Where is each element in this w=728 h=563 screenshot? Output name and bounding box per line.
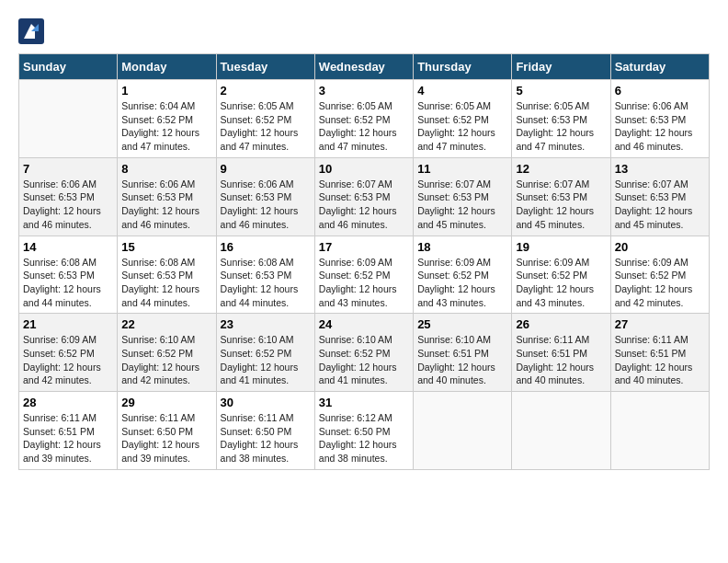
- day-number: 4: [417, 84, 507, 98]
- calendar-header-tuesday: Tuesday: [216, 54, 314, 80]
- day-info: Sunrise: 6:11 AM Sunset: 6:50 PM Dayligh…: [221, 411, 311, 465]
- day-number: 8: [121, 162, 211, 176]
- calendar-cell: [512, 392, 610, 470]
- day-number: 6: [615, 84, 705, 98]
- day-info: Sunrise: 6:11 AM Sunset: 6:51 PM Dayligh…: [23, 411, 113, 465]
- day-number: 5: [516, 84, 606, 98]
- day-info: Sunrise: 6:11 AM Sunset: 6:51 PM Dayligh…: [516, 333, 606, 387]
- calendar-cell: 7Sunrise: 6:06 AM Sunset: 6:53 PM Daylig…: [19, 157, 118, 236]
- day-info: Sunrise: 6:09 AM Sunset: 6:52 PM Dayligh…: [23, 333, 113, 387]
- calendar-header-saturday: Saturday: [610, 54, 709, 80]
- day-info: Sunrise: 6:05 AM Sunset: 6:52 PM Dayligh…: [221, 99, 311, 154]
- day-number: 3: [319, 84, 409, 98]
- calendar-header-row: SundayMondayTuesdayWednesdayThursdayFrid…: [19, 54, 710, 80]
- day-info: Sunrise: 6:10 AM Sunset: 6:52 PM Dayligh…: [319, 333, 409, 387]
- calendar-cell: 18Sunrise: 6:09 AM Sunset: 6:52 PM Dayli…: [414, 236, 512, 314]
- calendar-cell: 16Sunrise: 6:08 AM Sunset: 6:53 PM Dayli…: [216, 236, 314, 314]
- day-number: 11: [417, 162, 507, 176]
- logo: [18, 18, 51, 44]
- calendar-header-thursday: Thursday: [414, 54, 512, 80]
- calendar-cell: 28Sunrise: 6:11 AM Sunset: 6:51 PM Dayli…: [19, 392, 118, 470]
- day-number: 15: [121, 240, 211, 254]
- calendar-cell: 22Sunrise: 6:10 AM Sunset: 6:52 PM Dayli…: [118, 314, 216, 392]
- calendar-header-friday: Friday: [512, 54, 610, 80]
- day-number: 28: [23, 396, 113, 409]
- day-number: 16: [221, 240, 311, 254]
- day-number: 22: [121, 317, 211, 331]
- calendar-cell: 27Sunrise: 6:11 AM Sunset: 6:51 PM Dayli…: [610, 314, 709, 392]
- day-info: Sunrise: 6:08 AM Sunset: 6:53 PM Dayligh…: [221, 256, 311, 310]
- day-number: 1: [121, 84, 211, 98]
- day-number: 31: [319, 396, 409, 409]
- day-number: 2: [221, 84, 311, 98]
- day-info: Sunrise: 6:08 AM Sunset: 6:53 PM Dayligh…: [121, 256, 211, 310]
- day-number: 19: [516, 240, 606, 254]
- day-number: 17: [319, 240, 409, 254]
- day-info: Sunrise: 6:04 AM Sunset: 6:52 PM Dayligh…: [121, 99, 211, 154]
- day-info: Sunrise: 6:09 AM Sunset: 6:52 PM Dayligh…: [417, 256, 507, 310]
- day-info: Sunrise: 6:07 AM Sunset: 6:53 PM Dayligh…: [417, 178, 507, 232]
- day-info: Sunrise: 6:10 AM Sunset: 6:52 PM Dayligh…: [121, 333, 211, 387]
- day-info: Sunrise: 6:09 AM Sunset: 6:52 PM Dayligh…: [319, 256, 409, 310]
- calendar: SundayMondayTuesdayWednesdayThursdayFrid…: [18, 53, 710, 470]
- day-info: Sunrise: 6:07 AM Sunset: 6:53 PM Dayligh…: [615, 178, 705, 232]
- day-info: Sunrise: 6:09 AM Sunset: 6:52 PM Dayligh…: [516, 256, 606, 310]
- calendar-cell: 1Sunrise: 6:04 AM Sunset: 6:52 PM Daylig…: [118, 80, 216, 158]
- calendar-week-2: 7Sunrise: 6:06 AM Sunset: 6:53 PM Daylig…: [19, 157, 710, 236]
- calendar-cell: 2Sunrise: 6:05 AM Sunset: 6:52 PM Daylig…: [216, 80, 314, 158]
- calendar-cell: 10Sunrise: 6:07 AM Sunset: 6:53 PM Dayli…: [314, 157, 413, 236]
- calendar-cell: [19, 80, 118, 158]
- calendar-cell: 29Sunrise: 6:11 AM Sunset: 6:50 PM Dayli…: [118, 392, 216, 470]
- day-info: Sunrise: 6:05 AM Sunset: 6:52 PM Dayligh…: [417, 99, 507, 154]
- calendar-cell: 4Sunrise: 6:05 AM Sunset: 6:52 PM Daylig…: [414, 80, 512, 158]
- calendar-cell: 11Sunrise: 6:07 AM Sunset: 6:53 PM Dayli…: [414, 157, 512, 236]
- day-number: 13: [615, 162, 705, 176]
- header: [18, 18, 710, 44]
- day-info: Sunrise: 6:12 AM Sunset: 6:50 PM Dayligh…: [319, 411, 409, 465]
- day-number: 21: [23, 317, 113, 331]
- calendar-cell: 6Sunrise: 6:06 AM Sunset: 6:53 PM Daylig…: [610, 80, 709, 158]
- calendar-cell: 15Sunrise: 6:08 AM Sunset: 6:53 PM Dayli…: [118, 236, 216, 314]
- calendar-cell: 13Sunrise: 6:07 AM Sunset: 6:53 PM Dayli…: [610, 157, 709, 236]
- calendar-cell: [414, 392, 512, 470]
- day-number: 25: [417, 317, 507, 331]
- day-info: Sunrise: 6:06 AM Sunset: 6:53 PM Dayligh…: [23, 178, 113, 232]
- calendar-week-5: 28Sunrise: 6:11 AM Sunset: 6:51 PM Dayli…: [19, 392, 710, 470]
- calendar-week-3: 14Sunrise: 6:08 AM Sunset: 6:53 PM Dayli…: [19, 236, 710, 314]
- day-number: 12: [516, 162, 606, 176]
- day-number: 14: [23, 240, 113, 254]
- day-number: 7: [23, 162, 113, 176]
- day-info: Sunrise: 6:05 AM Sunset: 6:53 PM Dayligh…: [516, 99, 606, 154]
- day-info: Sunrise: 6:11 AM Sunset: 6:51 PM Dayligh…: [615, 333, 705, 387]
- day-number: 18: [417, 240, 507, 254]
- day-info: Sunrise: 6:07 AM Sunset: 6:53 PM Dayligh…: [319, 178, 409, 232]
- calendar-cell: 31Sunrise: 6:12 AM Sunset: 6:50 PM Dayli…: [314, 392, 413, 470]
- calendar-cell: 24Sunrise: 6:10 AM Sunset: 6:52 PM Dayli…: [314, 314, 413, 392]
- day-info: Sunrise: 6:09 AM Sunset: 6:52 PM Dayligh…: [615, 256, 705, 310]
- day-info: Sunrise: 6:06 AM Sunset: 6:53 PM Dayligh…: [615, 99, 705, 154]
- calendar-cell: 25Sunrise: 6:10 AM Sunset: 6:51 PM Dayli…: [414, 314, 512, 392]
- calendar-header-monday: Monday: [118, 54, 216, 80]
- calendar-header-wednesday: Wednesday: [314, 54, 413, 80]
- day-number: 26: [516, 317, 606, 331]
- day-number: 29: [121, 396, 211, 409]
- calendar-cell: 23Sunrise: 6:10 AM Sunset: 6:52 PM Dayli…: [216, 314, 314, 392]
- calendar-cell: 5Sunrise: 6:05 AM Sunset: 6:53 PM Daylig…: [512, 80, 610, 158]
- calendar-cell: 8Sunrise: 6:06 AM Sunset: 6:53 PM Daylig…: [118, 157, 216, 236]
- calendar-cell: 21Sunrise: 6:09 AM Sunset: 6:52 PM Dayli…: [19, 314, 118, 392]
- day-number: 24: [319, 317, 409, 331]
- day-info: Sunrise: 6:10 AM Sunset: 6:51 PM Dayligh…: [417, 333, 507, 387]
- day-number: 9: [221, 162, 311, 176]
- calendar-header-sunday: Sunday: [19, 54, 118, 80]
- calendar-cell: 12Sunrise: 6:07 AM Sunset: 6:53 PM Dayli…: [512, 157, 610, 236]
- day-info: Sunrise: 6:05 AM Sunset: 6:52 PM Dayligh…: [319, 99, 409, 154]
- day-info: Sunrise: 6:10 AM Sunset: 6:52 PM Dayligh…: [221, 333, 311, 387]
- calendar-cell: [610, 392, 709, 470]
- day-info: Sunrise: 6:11 AM Sunset: 6:50 PM Dayligh…: [121, 411, 211, 465]
- day-number: 20: [615, 240, 705, 254]
- logo-icon: [18, 18, 44, 44]
- calendar-week-1: 1Sunrise: 6:04 AM Sunset: 6:52 PM Daylig…: [19, 80, 710, 158]
- day-info: Sunrise: 6:06 AM Sunset: 6:53 PM Dayligh…: [221, 178, 311, 232]
- day-info: Sunrise: 6:07 AM Sunset: 6:53 PM Dayligh…: [516, 178, 606, 232]
- calendar-cell: 19Sunrise: 6:09 AM Sunset: 6:52 PM Dayli…: [512, 236, 610, 314]
